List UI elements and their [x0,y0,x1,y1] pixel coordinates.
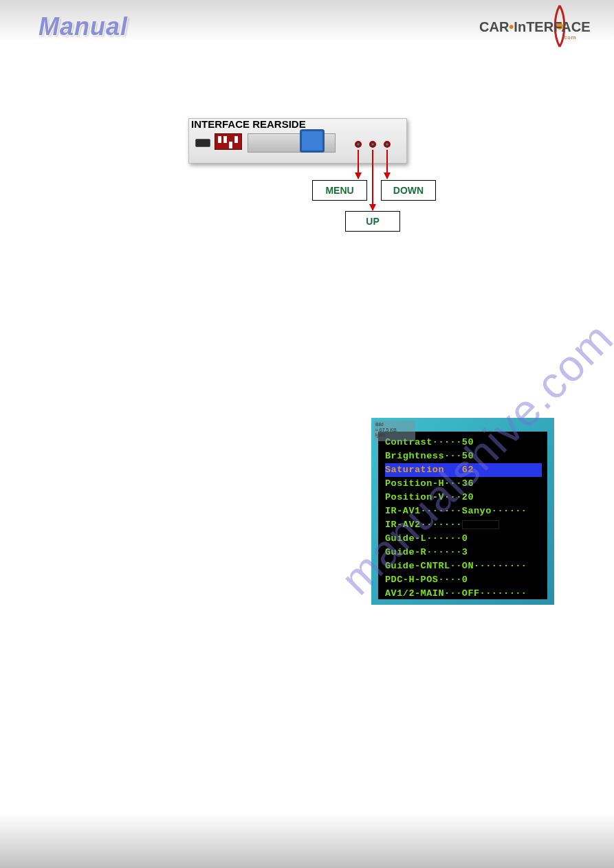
dip-switch-icon [215,133,242,150]
osd-row-7: Guide-L······0 [385,532,542,546]
osd-row-9: Guide-CNTRL··ON········· [385,559,542,573]
down-button-label: DOWN [381,180,436,201]
pinhole-menu-icon [355,141,362,148]
brand-interface: InTERFACE [514,19,590,34]
pinhole-up-icon [369,141,376,148]
arrow-up-icon [372,150,373,210]
osd-row-3: Position-H···36 [385,477,542,491]
manual-logo: Manual [39,12,128,41]
osd-corner-l3: igen: [375,432,414,438]
osd-row-8: Guide-R······3 [385,546,542,559]
brand-text: CAR•InTERFACE [479,19,590,35]
brand-car: CAR [479,19,509,34]
footer-gradient [0,813,614,868]
blue-connector-icon [300,129,325,153]
menu-button-label: MENU [312,180,367,201]
osd-row-5: IR-AV1·······Sanyo······ [385,504,542,518]
osd-corner-l1: Bild [375,422,414,427]
osd-redacted-box [462,520,499,529]
up-button-label: UP [345,211,400,232]
osd-row-4: Position-V···20 [385,491,542,504]
pinhole-down-icon [384,141,391,148]
arrow-down-icon [386,150,388,179]
device-label: INTERFACE REARSIDE [191,118,306,130]
osd-corner-overlay: Bild ≈ 67,5 KB igen: [374,421,415,441]
arrow-menu-icon [358,150,359,179]
usb-port-icon [195,139,210,147]
osd-row-11: AV1/2-MAIN···OFF········ [385,587,542,601]
osd-row-1: Brightness···50 [385,449,542,463]
osd-row-2: Saturation 62 [385,463,542,477]
osd-corner-l2: ≈ 67,5 KB [375,427,414,433]
osd-row-6: IR-AV2······· [385,518,542,532]
osd-row-10: PDC-H-POS····0 [385,573,542,587]
brand-sub: .com [562,34,576,41]
osd-menu: Contrast·····50Brightness···50Saturation… [378,432,547,599]
brand-logo: CAR•InTERFACE .com [479,4,596,48]
